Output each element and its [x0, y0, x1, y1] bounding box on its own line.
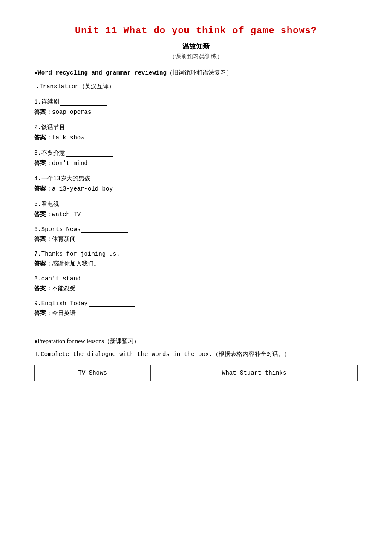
question-5: 5.看电视 [34, 200, 358, 208]
table-col2-header: What Stuart thinks [151, 365, 358, 381]
answer-4: a 13-year-old boy [34, 185, 358, 193]
question-9: 9.English Today [34, 300, 358, 307]
question-1: 1.连续剧 [34, 98, 358, 106]
answer-7-content: 感谢你加入我们。 [52, 260, 100, 267]
q3-blank [66, 156, 113, 157]
answer-4-content: a 13-year-old boy [52, 185, 113, 192]
question-8-text: 8.can't stand [34, 275, 358, 282]
question-3-text: 3.不要介意 [34, 149, 358, 157]
question-9-text: 9.English Today [34, 300, 358, 307]
answer-5-content: watch TV [52, 211, 81, 218]
answer-2: talk show [34, 134, 358, 142]
question-6: 6.Sports News [34, 226, 358, 233]
spacer [34, 325, 358, 333]
section2-header: ●Preparation for new lessons（新课预习） [34, 338, 358, 345]
section2: ●Preparation for new lessons（新课预习） Ⅱ.Com… [34, 338, 358, 381]
answer-6-content: 体育新闻 [52, 236, 76, 242]
question-3: 3.不要介意 [34, 149, 358, 157]
answer-1: soap operas [34, 108, 358, 116]
q4-blank [91, 182, 138, 182]
question-1-text: 1.连续剧 [34, 98, 358, 106]
q6-blank [81, 232, 128, 233]
answer-9: 今日英语 [34, 309, 358, 317]
section1-label: Ⅰ.Translation（英汉互译） [34, 83, 358, 90]
question-4: 4.一个13岁大的男孩 [34, 175, 358, 182]
question-2: 2.谈话节目 [34, 124, 358, 131]
answer-8: 不能忍受 [34, 285, 358, 292]
question-5-text: 5.看电视 [34, 200, 358, 208]
answer-6: 体育新闻 [34, 235, 358, 243]
answer-9-content: 今日英语 [52, 310, 76, 316]
section2-instruction: Ⅱ.Complete the dialogue with the words i… [34, 350, 358, 358]
question-8: 8.can't stand [34, 275, 358, 282]
section1-header-cn: （旧词循环和语法复习） [167, 69, 232, 76]
page-wrapper: Unit 11 What do you think of game shows?… [34, 26, 358, 381]
q5-blank [60, 208, 107, 208]
question-7: 7.Thanks for joining us. [34, 251, 358, 257]
q2-blank [66, 131, 113, 131]
q8-blank [81, 282, 128, 282]
answer-8-content: 不能忍受 [52, 285, 76, 292]
answer-2-content: talk show [52, 134, 84, 141]
subtitle-paren: （课前预习类训练） [34, 53, 358, 61]
answer-3-content: don't mind [52, 160, 88, 167]
answer-1-content: soap operas [52, 109, 91, 116]
q1-blank [60, 105, 107, 106]
q9-blank [89, 306, 135, 307]
page-title: Unit 11 What do you think of game shows? [34, 26, 358, 36]
question-2-text: 2.谈话节目 [34, 124, 358, 131]
section2-header-cn: （新课预习） [104, 338, 140, 344]
tv-shows-table: TV Shows What Stuart thinks [34, 365, 358, 381]
q7-blank [124, 257, 171, 257]
section1-header-bold: ●Word recycling and grammar reviewing [34, 69, 167, 76]
answer-3: don't mind [34, 159, 358, 167]
question-7-text: 7.Thanks for joining us. [34, 251, 358, 257]
question-4-text: 4.一个13岁大的男孩 [34, 175, 358, 182]
section1-header: ●Word recycling and grammar reviewing（旧词… [34, 69, 358, 77]
subtitle: 温故知新 [34, 42, 358, 51]
question-6-text: 6.Sports News [34, 226, 358, 233]
answer-5: watch TV [34, 211, 358, 218]
table-col1-header: TV Shows [35, 365, 151, 381]
section2-header-bold: ●Preparation for new lessons [34, 338, 104, 344]
answer-7: 感谢你加入我们。 [34, 260, 358, 268]
